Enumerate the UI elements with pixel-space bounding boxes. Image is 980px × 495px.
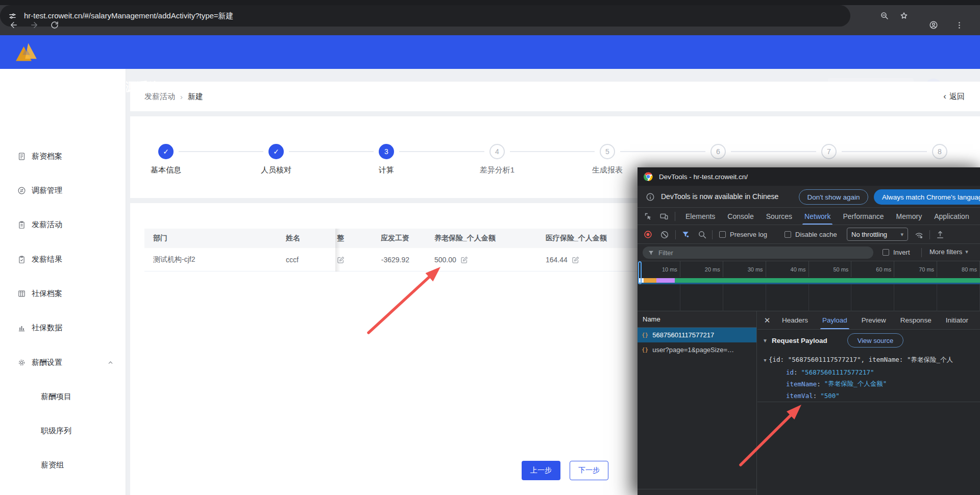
next-step-button[interactable]: 下一步: [570, 461, 608, 480]
step-circle-3[interactable]: 3: [379, 144, 394, 159]
detail-tab-headers[interactable]: Headers: [775, 311, 815, 330]
payload-preview-text: {id: "56875601117577217", itemName: "养老保…: [769, 356, 953, 364]
inspect-element-icon[interactable]: [644, 212, 652, 220]
edit-icon[interactable]: [460, 256, 468, 264]
devtools-tab-console[interactable]: Console: [721, 208, 760, 225]
detail-tab-initiator[interactable]: Initiator: [939, 311, 975, 330]
preserve-log-checkbox[interactable]: [719, 231, 726, 238]
sidebar-item-6[interactable]: 社保数据: [0, 317, 126, 338]
clear-icon[interactable]: [660, 230, 669, 239]
dont-show-again-button[interactable]: Don't show again: [799, 189, 868, 205]
sidebar-item-4[interactable]: 发薪结果: [0, 249, 126, 270]
devtools-titlebar[interactable]: DevTools - hr-test.croweit.cn/: [638, 167, 980, 186]
sidebar-item-2[interactable]: 调薪管理: [0, 180, 126, 201]
doc-icon: [16, 151, 27, 161]
breadcrumb-item[interactable]: 发薪活动: [144, 92, 175, 102]
address-bar[interactable]: hr-test.croweit.cn/#/salaryManagement/ad…: [0, 5, 850, 27]
network-filter-row: Filter Invert More filters ▾: [638, 244, 980, 261]
timeline-overview[interactable]: [638, 277, 980, 284]
edit-icon[interactable]: [572, 256, 579, 264]
devtools-tab-memory[interactable]: Memory: [890, 208, 928, 225]
back-icon[interactable]: [5, 16, 22, 34]
payload-entry-1[interactable]: id:"56875601117577217": [757, 366, 980, 378]
step-circle-7[interactable]: 7: [821, 144, 837, 159]
detail-tab-preview[interactable]: Preview: [854, 311, 893, 330]
request-list-header[interactable]: Name: [638, 311, 756, 328]
column-header-1: 部门: [153, 229, 281, 248]
reload-icon[interactable]: [46, 16, 63, 34]
step-connector: [510, 151, 595, 152]
device-toolbar-icon[interactable]: [659, 212, 669, 221]
sidebar-item-7[interactable]: 薪酬设置: [0, 352, 126, 373]
throttling-select[interactable]: No throttling ▾: [847, 228, 908, 241]
fixed-column-shadow: [335, 229, 340, 271]
detail-tab-response[interactable]: Response: [893, 311, 939, 330]
detail-tab-payload[interactable]: Payload: [815, 311, 854, 330]
forward-icon[interactable]: [26, 16, 43, 34]
step-circle-2[interactable]: ✓: [268, 144, 284, 159]
step-circle-5[interactable]: 5: [600, 144, 615, 159]
request-name: 56875601117577217: [652, 331, 714, 339]
sidebar-subitem-label: 薪资组: [41, 460, 64, 470]
timeline-segment-green: [675, 278, 980, 283]
sidebar-item-3[interactable]: 发薪活动: [0, 214, 126, 235]
devtools-tab-elements[interactable]: Elements: [679, 208, 721, 225]
preserve-log-label[interactable]: Preserve log: [730, 231, 767, 238]
payload-preview-line[interactable]: ▼{id: "56875601117577217", itemName: "养老…: [757, 354, 980, 366]
sidebar-item-1[interactable]: 薪资档案: [0, 145, 126, 167]
more-filters-button[interactable]: More filters ▾: [929, 248, 968, 256]
sidebar-item-5[interactable]: 社保档案: [0, 283, 126, 304]
request-row-2[interactable]: {}user?page=1&pageSize=…: [638, 342, 756, 357]
throttling-value: No throttling: [851, 231, 887, 238]
browser-menu-icon[interactable]: [950, 16, 968, 34]
step-circle-4[interactable]: 4: [489, 144, 505, 159]
payload-colon: :: [794, 368, 798, 376]
zoom-out-icon[interactable]: [876, 7, 893, 24]
sidebar-subitem-1[interactable]: 薪酬项目: [0, 386, 126, 407]
back-button[interactable]: ‹ 返回: [943, 82, 965, 111]
step-circle-8[interactable]: 8: [932, 144, 947, 159]
record-icon[interactable]: [644, 230, 652, 239]
network-toolbar: Preserve log Disable cache No throttling…: [638, 225, 980, 244]
screenshot-root: hr-test.croweit.cn/#/salaryManagement/ad…: [0, 0, 980, 495]
request-row-1[interactable]: {}56875601117577217: [638, 328, 756, 342]
import-har-icon[interactable]: [936, 230, 945, 239]
sidebar-subitem-4[interactable]: 发薪方案: [0, 489, 126, 495]
request-name: user?page=1&pageSize=…: [652, 346, 734, 354]
network-conditions-icon[interactable]: [914, 230, 924, 240]
invert-checkbox[interactable]: [883, 249, 889, 256]
prev-step-button[interactable]: 上一步: [522, 461, 560, 480]
timeline-tick: 40 ms: [766, 261, 809, 277]
step-circle-6[interactable]: 6: [710, 144, 726, 159]
timeline-tick: 30 ms: [723, 261, 766, 277]
devtools-tab-sources[interactable]: Sources: [760, 208, 798, 225]
step-circle-1[interactable]: ✓: [158, 144, 174, 159]
devtools-tab-performance[interactable]: Performance: [837, 208, 890, 225]
payload-colon: :: [813, 392, 817, 400]
step-connector: [842, 151, 927, 152]
json-braces-icon: {}: [642, 346, 648, 353]
payload-key: itemVal: [786, 392, 813, 400]
table-cell-2: cccf: [286, 248, 334, 271]
always-match-button[interactable]: Always match Chrome's language: [874, 189, 980, 205]
disable-cache-checkbox[interactable]: [785, 231, 791, 238]
filter-toggle-icon[interactable]: [681, 230, 690, 238]
payload-entry-2[interactable]: itemName:"养老保险_个人金额": [757, 378, 980, 390]
bookmark-star-icon[interactable]: [895, 7, 913, 24]
invert-label[interactable]: Invert: [893, 249, 910, 256]
request-payload-label: Request Payload: [772, 337, 827, 344]
devtools-tab-network[interactable]: Network: [798, 208, 837, 225]
sidebar-subitem-2[interactable]: 职级序列: [0, 420, 126, 441]
disable-cache-label[interactable]: Disable cache: [795, 231, 837, 238]
filter-input[interactable]: Filter: [643, 246, 873, 259]
payload-entry-3[interactable]: itemVal:"500": [757, 390, 980, 402]
request-payload-section[interactable]: ▼ Request Payload View source: [757, 330, 980, 351]
chrome-logo-icon: [644, 172, 653, 181]
profile-icon[interactable]: [925, 16, 942, 34]
timeline-selection-handle[interactable]: [638, 261, 642, 284]
view-source-button[interactable]: View source: [847, 333, 903, 348]
sidebar-subitem-3[interactable]: 薪资组: [0, 455, 126, 475]
search-icon[interactable]: [698, 230, 707, 239]
devtools-tab-application[interactable]: Application: [928, 208, 975, 225]
close-icon[interactable]: ✕: [760, 316, 775, 325]
